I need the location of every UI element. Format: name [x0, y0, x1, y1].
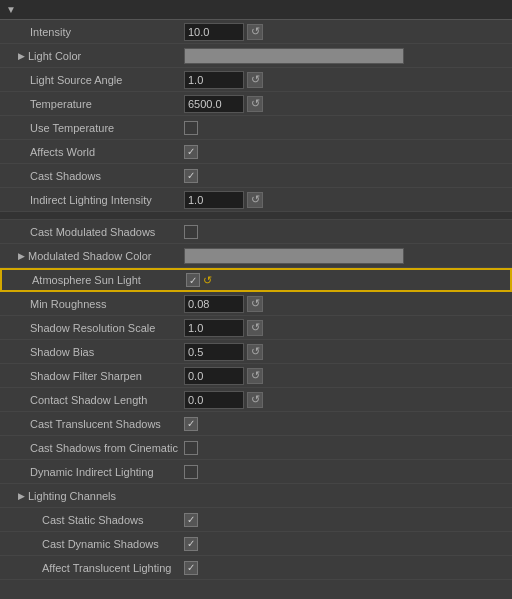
label-min-roughness: Min Roughness	[4, 298, 184, 310]
checkbox-cast-modulated-shadows[interactable]	[184, 225, 198, 239]
value-cast-translucent-shadows	[184, 417, 508, 431]
row-use-temperature: Use Temperature	[0, 116, 512, 140]
row-min-roughness: Min Roughness↺	[0, 292, 512, 316]
input-shadow-filter-sharpen[interactable]	[184, 367, 244, 385]
row-dynamic-indirect-lighting: Dynamic Indirect Lighting	[0, 460, 512, 484]
label-atmosphere-sun-light: Atmosphere Sun Light	[6, 274, 186, 286]
label-dynamic-indirect-lighting: Dynamic Indirect Lighting	[4, 466, 184, 478]
label-shadow-resolution-scale: Shadow Resolution Scale	[4, 322, 184, 334]
color-bar-modulated-shadow-color[interactable]	[184, 248, 404, 264]
checkbox-cast-shadows-cinematic[interactable]	[184, 441, 198, 455]
row-cast-shadows: Cast Shadows	[0, 164, 512, 188]
label-use-temperature: Use Temperature	[4, 122, 184, 134]
value-temperature: ↺	[184, 95, 508, 113]
reset-btn-shadow-bias[interactable]: ↺	[247, 344, 263, 360]
checkbox-cast-translucent-shadows[interactable]	[184, 417, 198, 431]
row-temperature: Temperature↺	[0, 92, 512, 116]
label-cast-translucent-shadows: Cast Translucent Shadows	[4, 418, 184, 430]
section-divider	[0, 212, 512, 220]
value-dynamic-indirect-lighting	[184, 465, 508, 479]
row-shadow-bias: Shadow Bias↺	[0, 340, 512, 364]
input-min-roughness[interactable]	[184, 295, 244, 313]
label-indirect-lighting-intensity: Indirect Lighting Intensity	[4, 194, 184, 206]
row-intensity: Intensity↺	[0, 20, 512, 44]
reset-btn-indirect-lighting-intensity[interactable]: ↺	[247, 192, 263, 208]
label-contact-shadow-length: Contact Shadow Length	[4, 394, 184, 406]
label-cast-static-shadows: Cast Static Shadows	[4, 514, 184, 526]
checkbox-cast-static-shadows[interactable]	[184, 513, 198, 527]
value-light-source-angle: ↺	[184, 71, 508, 89]
row-indirect-lighting-intensity: Indirect Lighting Intensity↺	[0, 188, 512, 212]
panel-collapse-arrow[interactable]: ▼	[6, 4, 16, 15]
panel-header: ▼	[0, 0, 512, 20]
row-affect-translucent-lighting: Affect Translucent Lighting	[0, 556, 512, 580]
value-cast-shadows	[184, 169, 508, 183]
reset-btn-shadow-resolution-scale[interactable]: ↺	[247, 320, 263, 336]
row-atmosphere-sun-light: Atmosphere Sun Light↺	[0, 268, 512, 292]
input-shadow-resolution-scale[interactable]	[184, 319, 244, 337]
row-light-color: ▶Light Color	[0, 44, 512, 68]
value-affect-translucent-lighting	[184, 561, 508, 575]
value-cast-static-shadows	[184, 513, 508, 527]
reset-btn-shadow-filter-sharpen[interactable]: ↺	[247, 368, 263, 384]
checkbox-cast-shadows[interactable]	[184, 169, 198, 183]
checkbox-use-temperature[interactable]	[184, 121, 198, 135]
expand-arrow-light-color[interactable]: ▶	[18, 51, 25, 61]
label-modulated-shadow-color: ▶Modulated Shadow Color	[4, 250, 184, 262]
reset-btn-contact-shadow-length[interactable]: ↺	[247, 392, 263, 408]
expand-arrow-lighting-channels[interactable]: ▶	[18, 491, 25, 501]
value-use-temperature	[184, 121, 508, 135]
row-cast-dynamic-shadows: Cast Dynamic Shadows	[0, 532, 512, 556]
reset-btn-min-roughness[interactable]: ↺	[247, 296, 263, 312]
value-cast-modulated-shadows	[184, 225, 508, 239]
row-cast-translucent-shadows: Cast Translucent Shadows	[0, 412, 512, 436]
value-cast-shadows-cinematic	[184, 441, 508, 455]
row-affects-world: Affects World	[0, 140, 512, 164]
row-modulated-shadow-color: ▶Modulated Shadow Color	[0, 244, 512, 268]
row-lighting-channels: ▶Lighting Channels	[0, 484, 512, 508]
reset-btn-intensity[interactable]: ↺	[247, 24, 263, 40]
value-atmosphere-sun-light: ↺	[186, 273, 506, 287]
value-shadow-resolution-scale: ↺	[184, 319, 508, 337]
label-cast-modulated-shadows: Cast Modulated Shadows	[4, 226, 184, 238]
checkbox-atmosphere-sun-light[interactable]	[186, 273, 200, 287]
input-temperature[interactable]	[184, 95, 244, 113]
input-light-source-angle[interactable]	[184, 71, 244, 89]
label-shadow-filter-sharpen: Shadow Filter Sharpen	[4, 370, 184, 382]
input-intensity[interactable]	[184, 23, 244, 41]
expand-arrow-modulated-shadow-color[interactable]: ▶	[18, 251, 25, 261]
value-shadow-filter-sharpen: ↺	[184, 367, 508, 385]
label-lighting-channels: ▶Lighting Channels	[4, 490, 184, 502]
value-cast-dynamic-shadows	[184, 537, 508, 551]
label-affects-world: Affects World	[4, 146, 184, 158]
value-contact-shadow-length: ↺	[184, 391, 508, 409]
input-contact-shadow-length[interactable]	[184, 391, 244, 409]
checkbox-affect-translucent-lighting[interactable]	[184, 561, 198, 575]
label-light-source-angle: Light Source Angle	[4, 74, 184, 86]
row-light-source-angle: Light Source Angle↺	[0, 68, 512, 92]
label-temperature: Temperature	[4, 98, 184, 110]
reset-icon-atmosphere-sun-light[interactable]: ↺	[203, 274, 212, 287]
reset-btn-temperature[interactable]: ↺	[247, 96, 263, 112]
checkbox-dynamic-indirect-lighting[interactable]	[184, 465, 198, 479]
checkbox-cast-dynamic-shadows[interactable]	[184, 537, 198, 551]
rows-container: Intensity↺▶Light ColorLight Source Angle…	[0, 20, 512, 580]
input-shadow-bias[interactable]	[184, 343, 244, 361]
value-light-color	[184, 48, 508, 64]
label-cast-shadows-cinematic: Cast Shadows from Cinematic	[4, 442, 184, 454]
value-min-roughness: ↺	[184, 295, 508, 313]
value-shadow-bias: ↺	[184, 343, 508, 361]
reset-btn-light-source-angle[interactable]: ↺	[247, 72, 263, 88]
row-cast-shadows-cinematic: Cast Shadows from Cinematic	[0, 436, 512, 460]
label-intensity: Intensity	[4, 26, 184, 38]
row-cast-static-shadows: Cast Static Shadows	[0, 508, 512, 532]
label-affect-translucent-lighting: Affect Translucent Lighting	[4, 562, 184, 574]
row-contact-shadow-length: Contact Shadow Length↺	[0, 388, 512, 412]
label-light-color: ▶Light Color	[4, 50, 184, 62]
checkbox-affects-world[interactable]	[184, 145, 198, 159]
label-shadow-bias: Shadow Bias	[4, 346, 184, 358]
color-bar-light-color[interactable]	[184, 48, 404, 64]
value-indirect-lighting-intensity: ↺	[184, 191, 508, 209]
input-indirect-lighting-intensity[interactable]	[184, 191, 244, 209]
label-cast-shadows: Cast Shadows	[4, 170, 184, 182]
